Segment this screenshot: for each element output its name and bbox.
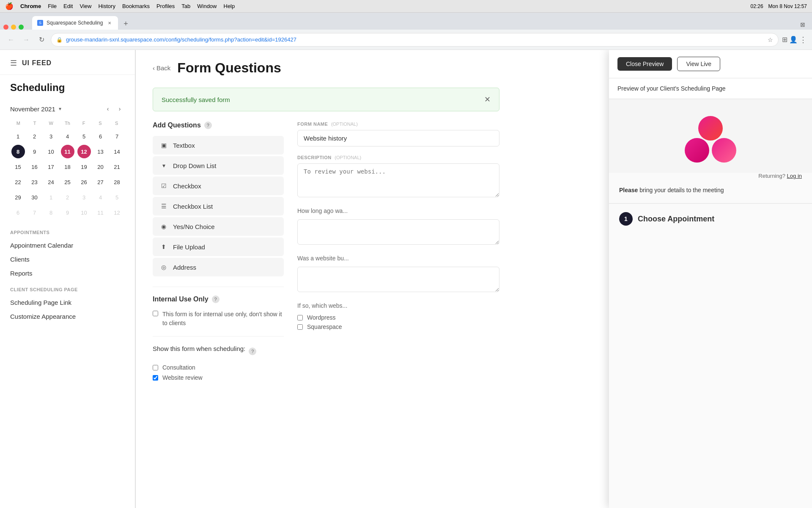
new-tab-button[interactable]: +: [120, 18, 132, 30]
add-questions-help-icon[interactable]: ?: [204, 121, 212, 129]
cal-day-dec-11[interactable]: 11: [94, 206, 107, 219]
active-tab[interactable]: S Squarespace Scheduling ✕: [32, 16, 118, 30]
back-nav-button[interactable]: ←: [5, 34, 17, 46]
tab-bar-expand-icon[interactable]: ⊠: [800, 21, 805, 28]
extensions-icon[interactable]: ⊞: [782, 36, 787, 44]
maximize-window-button[interactable]: [19, 25, 24, 30]
help-menu[interactable]: Help: [224, 3, 235, 9]
yes-no-button[interactable]: ◉ Yes/No Choice: [153, 217, 284, 236]
cal-day-dec-2[interactable]: 2: [61, 190, 74, 204]
cal-day-7[interactable]: 7: [110, 130, 124, 143]
textbox-button[interactable]: ▣ Textbox: [153, 136, 284, 155]
apple-menu[interactable]: 🍎: [5, 2, 14, 10]
view-live-button[interactable]: View Live: [677, 57, 720, 71]
profiles-menu[interactable]: Profiles: [156, 3, 175, 9]
cal-day-20[interactable]: 20: [94, 160, 107, 174]
cal-day-19[interactable]: 19: [77, 160, 91, 174]
cal-day-dec-1[interactable]: 1: [44, 190, 58, 204]
cal-day-3[interactable]: 3: [44, 130, 58, 143]
sidebar-item-reports[interactable]: Reports: [10, 266, 125, 280]
window-menu[interactable]: Window: [197, 3, 217, 9]
sidebar-item-clients[interactable]: Clients: [10, 252, 125, 266]
internal-use-checkbox[interactable]: [153, 311, 158, 316]
file-upload-button[interactable]: ⬆ File Upload: [153, 237, 284, 256]
cal-day-dec-6[interactable]: 6: [11, 206, 25, 219]
cal-day-17[interactable]: 17: [44, 160, 58, 174]
cal-day-22[interactable]: 22: [11, 175, 25, 189]
cal-day-dec-7[interactable]: 7: [28, 206, 41, 219]
cal-day-dec-5[interactable]: 5: [110, 190, 124, 204]
cal-day-dec-3[interactable]: 3: [77, 190, 91, 204]
cal-day-14[interactable]: 14: [110, 145, 124, 158]
banner-close-button[interactable]: ✕: [484, 95, 491, 104]
cal-day-27[interactable]: 27: [94, 175, 107, 189]
cal-day-13[interactable]: 13: [94, 145, 107, 158]
cal-day-dec-4[interactable]: 4: [94, 190, 107, 204]
close-window-button[interactable]: [3, 25, 8, 30]
cal-day-10[interactable]: 10: [44, 145, 58, 158]
internal-use-help-icon[interactable]: ?: [212, 295, 219, 303]
cal-day-dec-10[interactable]: 10: [77, 206, 91, 219]
consultation-checkbox[interactable]: [153, 365, 158, 370]
cal-day-15[interactable]: 15: [11, 160, 25, 174]
website-review-checkbox[interactable]: [153, 375, 158, 381]
sidebar-item-appointment-calendar[interactable]: Appointment Calendar: [10, 238, 125, 252]
cal-day-dec-8[interactable]: 8: [44, 206, 58, 219]
file-menu[interactable]: File: [48, 3, 57, 9]
cal-day-8[interactable]: 8: [11, 145, 25, 158]
sidebar-item-customize-appearance[interactable]: Customize Appearance: [10, 309, 125, 323]
checkbox-list-button[interactable]: ☰ Checkbox List: [153, 197, 284, 215]
cal-day-dec-9[interactable]: 9: [61, 206, 74, 219]
cal-day-21[interactable]: 21: [110, 160, 124, 174]
view-menu[interactable]: View: [80, 3, 91, 9]
url-bar[interactable]: 🔒 grouse-mandarin-sxnl.squarespace.com/c…: [51, 33, 779, 47]
show-when-help-icon[interactable]: ?: [249, 348, 256, 355]
reload-button[interactable]: ↻: [36, 34, 47, 46]
question-2-textarea[interactable]: [297, 267, 499, 292]
squarespace-checkbox[interactable]: [297, 324, 303, 330]
wordpress-checkbox[interactable]: [297, 315, 303, 320]
minimize-window-button[interactable]: [11, 25, 16, 30]
cal-day-12[interactable]: 12: [77, 145, 91, 158]
tab-menu[interactable]: Tab: [181, 3, 190, 9]
cal-day-dec-12[interactable]: 12: [110, 206, 124, 219]
back-link[interactable]: ‹ Back: [153, 64, 170, 72]
bookmarks-menu[interactable]: Bookmarks: [122, 3, 150, 9]
description-textarea[interactable]: [297, 163, 499, 197]
dropdown-list-button[interactable]: ▾ Drop Down List: [153, 156, 284, 175]
form-name-input[interactable]: [297, 130, 499, 146]
calendar-next-button[interactable]: ›: [115, 104, 125, 114]
forward-nav-button[interactable]: →: [20, 34, 32, 46]
cal-day-5[interactable]: 5: [77, 130, 91, 143]
login-link[interactable]: Log in: [787, 173, 802, 179]
checkbox-button[interactable]: ☑ Checkbox: [153, 177, 284, 195]
cal-day-11[interactable]: 11: [61, 145, 74, 158]
cal-day-6[interactable]: 6: [94, 130, 107, 143]
cal-day-9[interactable]: 9: [28, 145, 41, 158]
sidebar-item-scheduling-page-link[interactable]: Scheduling Page Link: [10, 295, 125, 309]
cal-day-30[interactable]: 30: [28, 190, 41, 204]
cal-day-25[interactable]: 25: [61, 175, 74, 189]
cal-day-4[interactable]: 4: [61, 130, 74, 143]
hamburger-icon[interactable]: ☰: [10, 58, 17, 68]
cal-day-23[interactable]: 23: [28, 175, 41, 189]
history-menu[interactable]: History: [98, 3, 115, 9]
cal-day-2[interactable]: 2: [28, 130, 41, 143]
cal-day-29[interactable]: 29: [11, 190, 25, 204]
cal-day-16[interactable]: 16: [28, 160, 41, 174]
bookmark-icon[interactable]: ☆: [768, 36, 773, 43]
cal-day-18[interactable]: 18: [61, 160, 74, 174]
cal-day-26[interactable]: 26: [77, 175, 91, 189]
more-options-icon[interactable]: ⋮: [799, 35, 807, 44]
chrome-menu[interactable]: Chrome: [20, 3, 41, 9]
tab-close-button[interactable]: ✕: [106, 19, 113, 26]
calendar-dropdown-icon[interactable]: ▾: [59, 106, 61, 112]
question-1-textarea[interactable]: [297, 219, 499, 245]
cal-day-28[interactable]: 28: [110, 175, 124, 189]
address-button[interactable]: ◎ Address: [153, 258, 284, 276]
cal-day-1[interactable]: 1: [11, 130, 25, 143]
close-preview-button[interactable]: Close Preview: [617, 57, 672, 71]
cal-day-24[interactable]: 24: [44, 175, 58, 189]
edit-menu[interactable]: Edit: [63, 3, 73, 9]
calendar-prev-button[interactable]: ‹: [103, 104, 113, 114]
